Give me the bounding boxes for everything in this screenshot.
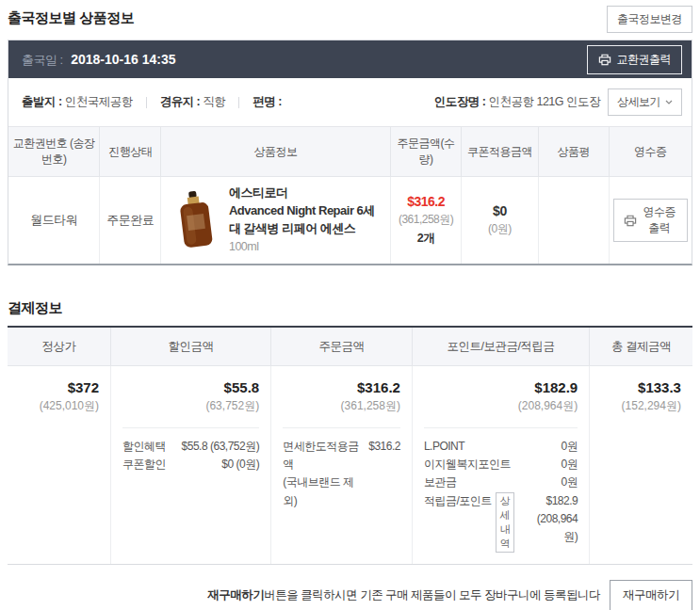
product-name: Advanced Night Repair 6세대 갈색병 리페어 에센스 bbox=[229, 203, 375, 235]
discount-col: $55.8 (63,752원) 할인혜택 $55.8 (63,752원) 쿠폰할… bbox=[110, 366, 270, 564]
order-amount-amount: $316.2 (361,258원) bbox=[283, 379, 400, 414]
flight-number-label: 편명 : bbox=[252, 95, 282, 108]
duty-free-limit-line2: (국내브랜드 제외) bbox=[283, 475, 353, 506]
order-amount-krw: (361,258원) bbox=[283, 398, 400, 414]
pickup-detail-button[interactable]: 상세보기 bbox=[608, 88, 682, 116]
divider bbox=[238, 97, 239, 108]
col-header-normal-price: 정상가 bbox=[8, 328, 110, 365]
total-col: $133.3 (152,294원) bbox=[589, 366, 692, 564]
order-amount-usd: $316.2 bbox=[283, 379, 400, 395]
chevron-down-icon bbox=[665, 100, 673, 104]
via-item: 경유지 : 직항 bbox=[160, 94, 226, 110]
discount-detail: 할인혜택 $55.8 (63,752원) 쿠폰할인 $0 (0원) bbox=[122, 427, 259, 474]
deposit-row: 보관금 0원 bbox=[424, 474, 578, 491]
coupon-discount-row: 쿠폰할인 $0 (0원) bbox=[122, 456, 259, 474]
points-usd: $182.9 bbox=[424, 379, 578, 395]
pickup-info: 인도장명 : 인천공항 121G 인도장 상세보기 bbox=[434, 88, 682, 116]
discount-usd: $55.8 bbox=[122, 379, 259, 395]
origin-value: 인천국제공항 bbox=[65, 95, 133, 108]
coupon-usd: $0 bbox=[493, 203, 507, 218]
duty-free-limit-detail: 면세한도적용금액 (국내브랜드 제외) $316.2 bbox=[283, 427, 400, 510]
product-volume: 100ml bbox=[229, 240, 259, 253]
savings-label: 적립금/포인트 bbox=[424, 492, 492, 510]
review-cell bbox=[538, 177, 609, 264]
normal-price-usd: $372 bbox=[19, 379, 99, 395]
savings-detail-button[interactable]: 상세내역 bbox=[496, 492, 515, 553]
discount-benefit-row: 할인혜택 $55.8 (63,752원) bbox=[122, 438, 259, 456]
col-header-receipt: 영수증 bbox=[609, 127, 692, 176]
product-image bbox=[174, 188, 218, 253]
savings-points-row: 적립금/포인트 상세내역 $182.9 (208,964 원) bbox=[424, 492, 578, 553]
points-amount: $182.9 (208,964원) bbox=[424, 379, 578, 414]
origin-label: 출발지 : bbox=[22, 95, 62, 108]
total-usd: $133.3 bbox=[601, 379, 681, 395]
col-header-product-info: 상품정보 bbox=[160, 127, 390, 176]
coupon-discount-value: $0 (0원) bbox=[221, 456, 259, 474]
col-header-status: 진행상태 bbox=[99, 127, 160, 176]
col-header-order-amount: 주문금액 bbox=[270, 328, 412, 365]
departure-date-label: 출국일 : bbox=[22, 53, 63, 67]
origin-item: 출발지 : 인천국제공항 bbox=[22, 94, 133, 110]
voucher-no-cell: 월드타워 bbox=[8, 177, 99, 264]
coupon-krw: (0원) bbox=[488, 221, 512, 237]
change-departure-info-button[interactable]: 출국정보변경 bbox=[607, 6, 692, 33]
payment-table-header: 정상가 할인금액 주문금액 포인트/보관금/적립금 총 결제금액 bbox=[8, 328, 692, 366]
product-table-header: 교환권번호 (송장번호) 진행상태 상품정보 주문금액(수량) 쿠폰적용금액 상… bbox=[8, 127, 692, 177]
lpoint-value: 0원 bbox=[562, 438, 578, 456]
duty-free-limit-row: 면세한도적용금액 (국내브랜드 제외) $316.2 bbox=[283, 438, 400, 510]
discount-benefit-label: 할인혜택 bbox=[122, 438, 166, 456]
col-header-total: 총 결제금액 bbox=[589, 328, 692, 365]
ezwel-points-value: 0원 bbox=[562, 456, 578, 474]
duty-free-limit-label: 면세한도적용금액 (국내브랜드 제외) bbox=[283, 438, 363, 510]
coupon-discount-label: 쿠폰할인 bbox=[122, 456, 166, 474]
product-info-cell: 에스티로더 Advanced Night Repair 6세대 갈색병 리페어 … bbox=[160, 177, 390, 264]
product-text: 에스티로더 Advanced Night Repair 6세대 갈색병 리페어 … bbox=[229, 185, 386, 255]
ezwel-points-label: 이지웰복지포인트 bbox=[424, 456, 511, 474]
print-receipt-button[interactable]: 영수증출력 bbox=[613, 199, 688, 242]
lpoint-label: L.POINT bbox=[424, 438, 464, 456]
flight-info-left: 출발지 : 인천국제공항 경유지 : 직항 편명 : bbox=[22, 94, 282, 110]
departure-date-value: 2018-10-16 14:35 bbox=[71, 52, 175, 67]
discount-benefit-value: $55.8 (63,752원) bbox=[182, 438, 260, 456]
points-krw: (208,964원) bbox=[424, 398, 578, 414]
order-detail-page: 출국정보별 상품정보 출국정보변경 출국일 : 2018-10-16 14:35… bbox=[0, 0, 700, 610]
receipt-cell: 영수증출력 bbox=[609, 177, 692, 264]
pickup-value: 인천공항 121G 인도장 bbox=[488, 95, 600, 108]
savings-label-group: 적립금/포인트 상세내역 bbox=[424, 492, 514, 553]
normal-price-amount: $372 (425,010원) bbox=[19, 379, 99, 414]
coupon-amount-cell: $0 (0원) bbox=[461, 177, 538, 264]
flight-info-row: 출발지 : 인천국제공항 경유지 : 직항 편명 : 인도장명 : 인천공항 1… bbox=[8, 78, 692, 127]
discount-amount: $55.8 (63,752원) bbox=[122, 379, 259, 414]
normal-price-krw: (425,010원) bbox=[19, 398, 99, 414]
print-voucher-button[interactable]: 교환권출력 bbox=[587, 45, 683, 74]
page-title: 출국정보별 상품정보 bbox=[8, 6, 134, 27]
col-header-voucher-no: 교환권번호 (송장번호) bbox=[8, 127, 99, 176]
order-box: 출국일 : 2018-10-16 14:35 교환권출력 출발지 : 인천국제공… bbox=[8, 40, 692, 265]
order-qty: 2개 bbox=[417, 231, 434, 247]
col-header-discount: 할인금액 bbox=[110, 328, 270, 365]
order-krw: (361,258원) bbox=[399, 212, 453, 228]
payment-section-title: 결제정보 bbox=[8, 299, 692, 317]
duty-free-limit-line1: 면세한도적용금액 bbox=[283, 440, 359, 471]
product-brand: 에스티로더 bbox=[229, 185, 288, 200]
col-header-points: 포인트/보관금/적립금 bbox=[412, 328, 589, 365]
points-col: $182.9 (208,964원) L.POINT 0원 이지웰복지포인트 0원… bbox=[412, 366, 589, 564]
repurchase-row: 재구매하기버튼을 클릭하시면 기존 구매 제품들이 모두 장바구니에 등록됩니다… bbox=[8, 580, 692, 610]
via-value: 직항 bbox=[203, 95, 225, 108]
printer-icon bbox=[598, 54, 611, 66]
points-detail: L.POINT 0원 이지웰복지포인트 0원 보관금 0원 적립금/포인트 bbox=[424, 427, 578, 553]
deposit-value: 0원 bbox=[562, 474, 578, 491]
via-label: 경유지 : bbox=[160, 95, 201, 108]
savings-value: $182.9 (208,964 원) bbox=[520, 492, 578, 553]
ezwel-points-row: 이지웰복지포인트 0원 bbox=[424, 456, 578, 474]
lpoint-row: L.POINT 0원 bbox=[424, 438, 578, 456]
divider bbox=[146, 97, 147, 108]
pickup-label: 인도장명 : bbox=[434, 95, 486, 108]
order-usd: $316.2 bbox=[407, 194, 445, 209]
repurchase-button[interactable]: 재구매하기 bbox=[610, 580, 692, 610]
total-krw: (152,294원) bbox=[601, 398, 681, 414]
payment-table: 정상가 할인금액 주문금액 포인트/보관금/적립금 총 결제금액 $372 (4… bbox=[8, 326, 692, 565]
section1-header: 출국정보별 상품정보 출국정보변경 bbox=[8, 6, 692, 33]
deposit-label: 보관금 bbox=[424, 474, 457, 491]
col-header-coupon-amount: 쿠폰적용금액 bbox=[461, 127, 538, 176]
